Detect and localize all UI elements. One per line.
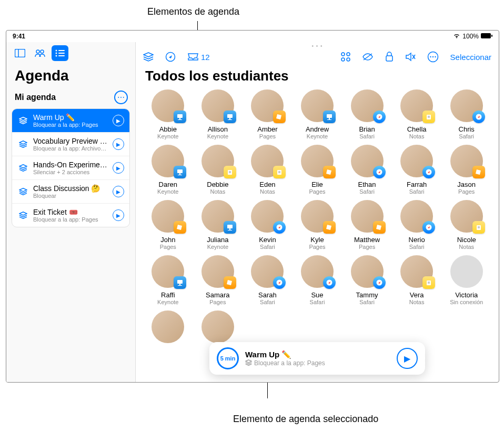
agenda-item[interactable]: Vocabulary Preview 💡 Bloquear a la app: … bbox=[12, 133, 129, 156]
avatar bbox=[450, 200, 483, 233]
people-button[interactable] bbox=[32, 45, 48, 61]
layers-icon bbox=[17, 115, 29, 126]
agenda-text: Exit Ticket 🎟️ Bloquear a la app: Pages bbox=[33, 208, 108, 223]
student-cell[interactable]: Chris Safari bbox=[443, 89, 489, 139]
student-cell[interactable]: Kevin Safari bbox=[245, 200, 290, 250]
select-button[interactable]: Seleccionar bbox=[450, 53, 491, 62]
student-cell[interactable]: Kyle Pages bbox=[295, 200, 340, 250]
student-cell[interactable]: Andrew Keynote bbox=[295, 89, 340, 139]
student-cell[interactable]: Samara Pages bbox=[195, 255, 241, 305]
student-cell[interactable]: Allison Keynote bbox=[195, 89, 241, 139]
agenda-more-button[interactable]: ⋯ bbox=[114, 91, 128, 104]
student-name: Tammy bbox=[356, 291, 378, 299]
agenda-play-button[interactable]: ▶ bbox=[113, 209, 124, 221]
student-name: Abbie bbox=[159, 125, 177, 133]
agenda-list-button[interactable] bbox=[52, 45, 68, 61]
student-name: Eden bbox=[259, 181, 275, 188]
student-cell[interactable]: Vera Notas bbox=[394, 255, 440, 305]
svg-rect-60 bbox=[178, 285, 182, 286]
agenda-item[interactable]: Warm Up ✏️ Bloquear a la app: Pages ▶ bbox=[12, 109, 129, 133]
agenda-play-button[interactable]: ▶ bbox=[113, 138, 124, 150]
student-cell[interactable]: Brian Safari bbox=[344, 89, 390, 139]
student-cell[interactable] bbox=[145, 310, 191, 343]
student-cell[interactable]: Matthew Pages bbox=[344, 200, 390, 250]
content-toolbar: 12 bbox=[136, 49, 499, 66]
avatar bbox=[251, 200, 284, 233]
pill-timer[interactable]: 5 min bbox=[217, 347, 239, 369]
student-cell[interactable]: Juliana Keynote bbox=[195, 200, 241, 250]
lock-icon[interactable] bbox=[385, 52, 394, 62]
student-cell[interactable]: Sarah Safari bbox=[245, 255, 290, 305]
student-cell[interactable]: Amber Pages bbox=[245, 89, 290, 139]
svg-rect-1 bbox=[491, 35, 492, 37]
student-cell[interactable] bbox=[195, 310, 241, 343]
avatar bbox=[400, 255, 433, 288]
app-badge-icon bbox=[323, 111, 336, 123]
student-cell[interactable]: Nicole Notas bbox=[443, 200, 489, 250]
inbox-icon[interactable]: 12 bbox=[187, 53, 210, 62]
hide-icon[interactable] bbox=[362, 53, 374, 61]
my-agenda-header: Mi agenda ⋯ bbox=[6, 88, 135, 108]
student-app-label: Safari bbox=[359, 299, 375, 305]
layers-icon[interactable] bbox=[143, 52, 154, 62]
student-cell[interactable]: Tammy Safari bbox=[344, 255, 390, 305]
svg-rect-59 bbox=[179, 284, 180, 285]
student-cell[interactable]: Farrah Safari bbox=[394, 145, 440, 195]
agenda-item[interactable]: Hands-On Experiment 🧪 Silenciar + 2 acci… bbox=[12, 156, 129, 180]
student-app-label: Safari bbox=[260, 244, 275, 250]
app-badge-icon bbox=[273, 166, 286, 178]
pill-play-button[interactable]: ▶ bbox=[397, 348, 418, 369]
student-cell[interactable]: Eden Notas bbox=[245, 145, 290, 195]
student-cell[interactable]: Daren Keynote bbox=[145, 145, 191, 195]
student-app-label: Safari bbox=[310, 299, 325, 305]
student-name: Ethan bbox=[358, 181, 376, 188]
student-name: Victoria bbox=[455, 291, 478, 299]
window-grabber[interactable]: • • • bbox=[136, 42, 499, 49]
student-cell[interactable]: Jason Pages bbox=[443, 145, 489, 195]
student-cell[interactable]: Raffi Keynote bbox=[145, 255, 191, 305]
student-cell[interactable]: Sue Safari bbox=[295, 255, 340, 305]
agenda-item[interactable]: Exit Ticket 🎟️ Bloquear a la app: Pages … bbox=[12, 204, 129, 227]
student-cell[interactable]: Ethan Safari bbox=[344, 145, 390, 195]
app-badge-icon bbox=[174, 111, 186, 123]
selected-agenda-pill[interactable]: 5 min Warm Up ✏️ Bloquear a la app: Page… bbox=[209, 342, 425, 375]
agenda-play-button[interactable]: ▶ bbox=[113, 162, 124, 174]
svg-rect-29 bbox=[229, 118, 230, 119]
app-badge-icon bbox=[373, 221, 386, 234]
agenda-item[interactable]: Class Discussion 🤔 Bloquear ▶ bbox=[12, 180, 129, 204]
agenda-play-button[interactable]: ▶ bbox=[113, 115, 124, 126]
student-name: Matthew bbox=[354, 236, 380, 244]
student-cell[interactable]: Abbie Keynote bbox=[145, 89, 191, 139]
student-name: Kevin bbox=[259, 236, 276, 244]
mute-icon[interactable] bbox=[405, 52, 416, 62]
student-cell[interactable]: Elie Pages bbox=[295, 145, 340, 195]
svg-rect-50 bbox=[227, 225, 233, 228]
compass-icon[interactable] bbox=[165, 52, 176, 62]
student-name: Vera bbox=[410, 291, 424, 299]
student-cell[interactable]: Nerio Safari bbox=[394, 200, 440, 250]
student-cell[interactable]: Victoria Sin conexión bbox=[443, 255, 489, 305]
student-cell[interactable]: Debbie Notas bbox=[195, 145, 241, 195]
sidebar-collapse-button[interactable] bbox=[12, 45, 28, 61]
avatar bbox=[301, 200, 334, 233]
svg-rect-30 bbox=[228, 119, 232, 120]
avatar bbox=[201, 89, 234, 122]
avatar bbox=[201, 200, 234, 233]
student-name: Samara bbox=[206, 291, 230, 299]
more-icon[interactable] bbox=[427, 51, 439, 63]
student-app-label: Sin conexión bbox=[450, 299, 483, 305]
agenda-text: Hands-On Experiment 🧪 Silenciar + 2 acci… bbox=[33, 161, 108, 175]
student-app-label: Pages bbox=[160, 244, 176, 250]
student-cell[interactable]: John Pages bbox=[145, 200, 191, 250]
avatar bbox=[201, 310, 234, 343]
avatar bbox=[301, 145, 334, 177]
svg-rect-51 bbox=[229, 228, 230, 230]
agenda-play-button[interactable]: ▶ bbox=[113, 186, 124, 197]
student-cell[interactable]: Chella Notas bbox=[394, 89, 440, 139]
student-app-label: Safari bbox=[459, 133, 474, 139]
student-name: Chella bbox=[407, 125, 427, 133]
svg-point-8 bbox=[56, 53, 57, 54]
grid-icon[interactable] bbox=[341, 52, 350, 62]
svg-rect-7 bbox=[58, 50, 65, 51]
svg-point-23 bbox=[432, 56, 433, 57]
